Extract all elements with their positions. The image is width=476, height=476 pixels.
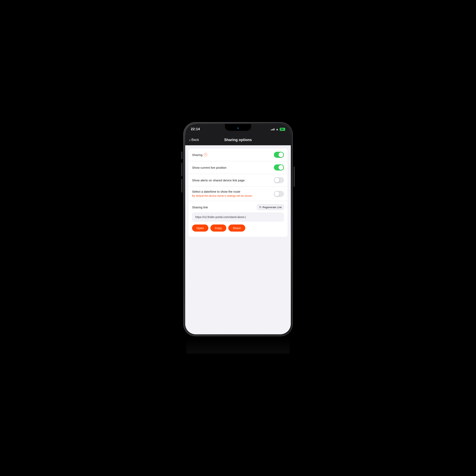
content-area: Sharing ? Show current live position — [185, 145, 291, 334]
regenerate-label: Regenerate Link — [263, 206, 282, 209]
regenerate-link-button[interactable]: ↻ Regenerate Link — [257, 204, 284, 210]
screen: 22:14 ▲ 55+ — [185, 124, 291, 334]
volume-up-button[interactable] — [181, 163, 182, 176]
signal-bar-1 — [271, 130, 272, 130]
show-alerts-label: Show alerts on shared device link page — [192, 179, 274, 182]
volume-down-button[interactable] — [181, 179, 182, 192]
sharing-link-header: Sharing link ↻ Regenerate Link — [192, 204, 284, 210]
action-buttons: Open Copy Share — [192, 224, 284, 235]
status-time: 22:14 — [191, 127, 200, 131]
copy-button[interactable]: Copy — [210, 224, 226, 232]
settings-card: Sharing ? Show current live position — [188, 149, 288, 237]
url-box: https://v2.finder-portal.com/stand-alone… — [192, 212, 284, 222]
back-chevron-icon: ‹ — [189, 138, 191, 142]
page-title: Sharing options — [224, 138, 252, 142]
sharing-link-label: Sharing link — [192, 205, 208, 209]
open-button[interactable]: Open — [192, 224, 208, 232]
back-label: Back — [191, 138, 199, 142]
back-button[interactable]: ‹ Back — [189, 138, 199, 142]
sharing-toggle[interactable] — [274, 152, 284, 158]
status-bar: 22:14 ▲ 55+ — [185, 124, 291, 135]
show-position-row: Show current live position — [188, 161, 288, 174]
show-alerts-row: Show alerts on shared device link page — [188, 174, 288, 187]
signal-bar-2 — [272, 129, 272, 130]
show-position-toggle[interactable] — [274, 164, 284, 170]
signal-bar-4 — [274, 128, 274, 130]
share-button[interactable]: Share — [228, 224, 245, 232]
wifi-icon: ▲ — [276, 128, 278, 131]
datetime-toggle[interactable] — [274, 191, 284, 197]
signal-icon — [271, 128, 274, 130]
datetime-sub-label: By default the device owner's settings w… — [192, 194, 272, 198]
sharing-toggle-thumb — [278, 152, 283, 157]
sharing-label: Sharing — [192, 153, 203, 157]
sharing-label-container: Sharing ? — [192, 153, 274, 157]
power-button[interactable] — [294, 167, 295, 187]
signal-bar-3 — [273, 129, 273, 130]
help-icon[interactable]: ? — [204, 153, 207, 157]
mute-button[interactable] — [181, 152, 182, 159]
show-alerts-toggle[interactable] — [274, 177, 284, 183]
notch — [225, 124, 251, 131]
regenerate-icon: ↻ — [259, 205, 262, 209]
nav-bar: ‹ Back Sharing options — [185, 135, 291, 145]
sharing-row: Sharing ? — [188, 149, 288, 161]
datetime-label-container: Select a date/time to show the route By … — [192, 190, 274, 198]
notch-dot — [237, 127, 239, 129]
phone-frame: 22:14 ▲ 55+ — [184, 122, 292, 336]
url-text: https://v2.finder-portal.com/stand-alone… — [195, 215, 246, 219]
phone-reflection — [187, 338, 290, 354]
show-position-label: Show current live position — [192, 166, 274, 169]
datetime-toggle-thumb — [274, 191, 279, 196]
sharing-link-section: Sharing link ↻ Regenerate Link https://v… — [188, 201, 288, 237]
datetime-row: Select a date/time to show the route By … — [188, 187, 288, 201]
status-icons: ▲ 55+ — [271, 128, 285, 131]
show-alerts-toggle-thumb — [274, 178, 279, 183]
battery-indicator: 55+ — [280, 128, 285, 131]
datetime-label: Select a date/time to show the route — [192, 190, 272, 193]
show-position-toggle-thumb — [278, 165, 283, 170]
